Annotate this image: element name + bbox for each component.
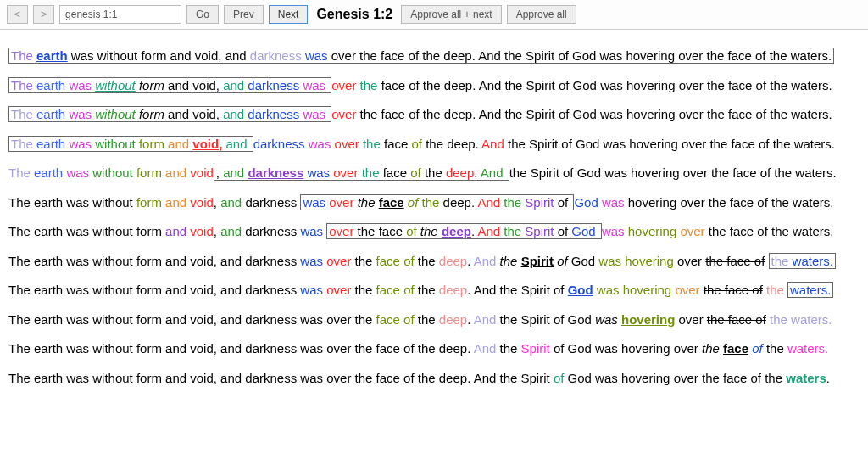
token: earth bbox=[34, 165, 66, 180]
token: form bbox=[136, 78, 164, 92]
token: over bbox=[675, 283, 703, 297]
token: and bbox=[220, 195, 245, 210]
verse-row[interactable]: The earth was without form and void, and… bbox=[8, 193, 860, 213]
token: was bbox=[303, 107, 329, 121]
verse-row[interactable]: The earth was without form and void, and… bbox=[8, 76, 860, 96]
token: Spirit bbox=[525, 195, 557, 210]
token: And bbox=[477, 224, 504, 238]
token: face of the deep. And the Spirit of God … bbox=[381, 78, 832, 92]
token: face bbox=[376, 312, 404, 327]
verse-row[interactable]: The earth was without form and void, and… bbox=[8, 222, 860, 242]
token: , bbox=[214, 195, 220, 210]
token: God bbox=[571, 254, 599, 268]
highlight-box: The earth was without form and void, and… bbox=[8, 106, 331, 122]
token bbox=[765, 254, 768, 268]
token: without bbox=[95, 78, 136, 92]
token: hovering over the face of the waters. bbox=[628, 195, 834, 210]
verse-row[interactable]: The earth was without form and void, and… bbox=[8, 311, 860, 330]
token: the bbox=[425, 165, 446, 180]
token: darkness bbox=[248, 165, 303, 180]
token: the bbox=[500, 254, 521, 268]
verse-row[interactable]: The earth was without form and void, and… bbox=[8, 369, 860, 389]
token: And bbox=[474, 254, 500, 268]
page-title: Genesis 1:2 bbox=[316, 7, 392, 22]
token: over bbox=[675, 312, 707, 327]
token: the bbox=[504, 195, 525, 210]
token: the Spirit of God bbox=[500, 312, 596, 327]
token: deep bbox=[442, 224, 471, 238]
token: the bbox=[771, 254, 793, 268]
verse-row[interactable]: The earth was without form and void, and… bbox=[8, 47, 860, 66]
token: And bbox=[474, 312, 500, 327]
token: deep bbox=[439, 283, 467, 297]
token: darkness bbox=[250, 48, 305, 63]
token: deep. bbox=[447, 137, 481, 151]
highlight-box: over the face of the deep. And the Spiri… bbox=[326, 223, 602, 239]
token: face bbox=[379, 224, 407, 238]
token: and bbox=[223, 165, 248, 180]
token: darkness bbox=[248, 107, 303, 121]
token: the bbox=[509, 165, 531, 180]
highlight-box: The earth was without form and void, and… bbox=[8, 77, 331, 93]
token: . bbox=[467, 254, 474, 268]
token: without bbox=[95, 107, 139, 121]
token: the bbox=[426, 137, 447, 151]
token: void bbox=[190, 165, 214, 180]
reference-input[interactable] bbox=[59, 5, 181, 24]
verse-row[interactable]: The earth was without form and void, and… bbox=[8, 339, 860, 359]
verse-row[interactable]: The earth was without form and void, and… bbox=[8, 281, 860, 300]
token: earth bbox=[36, 107, 69, 121]
token: The earth was without form and void, and… bbox=[8, 341, 474, 356]
token: earth bbox=[36, 78, 69, 92]
token: The earth was without form bbox=[8, 224, 165, 238]
approve-next-button[interactable]: Approve all + next bbox=[401, 5, 501, 24]
token: The bbox=[11, 107, 36, 121]
token: And bbox=[477, 195, 504, 210]
toolbar: < > Go Prev Next Genesis 1:2 Approve all… bbox=[0, 0, 868, 30]
token: and bbox=[168, 137, 192, 151]
next-button[interactable]: Next bbox=[269, 5, 309, 24]
token: God bbox=[571, 224, 599, 238]
token: Spirit bbox=[521, 341, 554, 356]
token: and bbox=[165, 195, 190, 210]
token: of bbox=[406, 224, 420, 238]
token: The earth was without form and void, and… bbox=[8, 312, 376, 327]
token: God bbox=[574, 195, 602, 210]
verse-row[interactable]: The earth was without form and void, and… bbox=[8, 105, 860, 125]
verse-row[interactable]: The earth was without form and void, and… bbox=[8, 164, 860, 183]
token: and bbox=[165, 224, 190, 238]
back-button[interactable]: < bbox=[7, 5, 28, 24]
verse-row[interactable]: The earth was without form and void, and… bbox=[8, 252, 860, 272]
token: earth bbox=[36, 48, 68, 63]
token: . bbox=[467, 312, 474, 327]
token: the bbox=[360, 78, 381, 92]
token: . bbox=[826, 371, 830, 385]
token: the bbox=[418, 283, 439, 297]
token: waters. bbox=[790, 283, 831, 297]
token: And bbox=[474, 341, 500, 356]
token: of bbox=[558, 195, 572, 210]
token: the face of the deep. And the Spirit of … bbox=[360, 107, 832, 121]
token: of bbox=[403, 283, 418, 297]
token: the bbox=[418, 312, 439, 327]
prev-button[interactable]: Prev bbox=[224, 5, 264, 24]
token: the bbox=[504, 224, 525, 238]
token: was bbox=[595, 312, 621, 327]
go-button[interactable]: Go bbox=[186, 5, 219, 24]
token: of bbox=[554, 371, 568, 385]
token: the bbox=[358, 195, 379, 210]
token: deep bbox=[443, 195, 471, 210]
approve-all-button[interactable]: Approve all bbox=[507, 5, 576, 24]
token: void bbox=[190, 224, 214, 238]
token: was bbox=[303, 78, 329, 92]
token: was bbox=[598, 254, 625, 268]
token: the bbox=[355, 254, 376, 268]
token: waters. bbox=[793, 254, 833, 268]
token: The bbox=[8, 165, 34, 180]
token: the bbox=[420, 224, 442, 238]
token: void, bbox=[192, 137, 222, 151]
forward-button[interactable]: > bbox=[33, 5, 54, 24]
token: the bbox=[355, 283, 376, 297]
token: was bbox=[69, 137, 95, 151]
verse-row[interactable]: The earth was without form and void, and… bbox=[8, 135, 860, 154]
